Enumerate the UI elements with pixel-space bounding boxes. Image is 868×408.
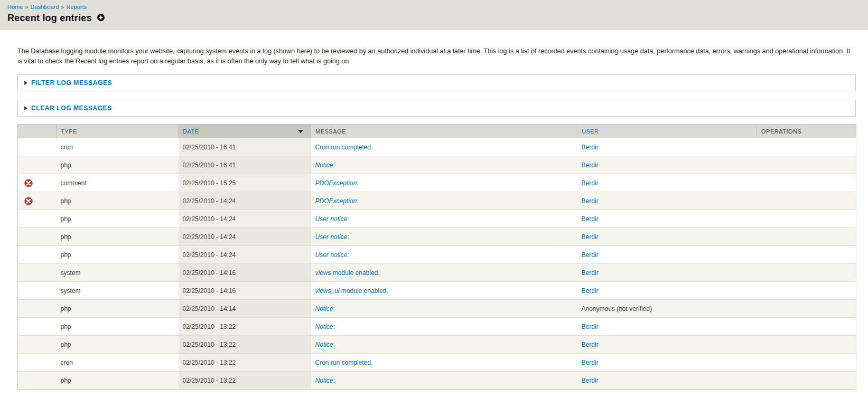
type-cell: php [57, 372, 179, 390]
message-link[interactable]: Notice: [315, 162, 335, 169]
filter-log-messages-fieldset[interactable]: FILTER LOG MESSAGES [17, 74, 856, 91]
date-cell: 02/25/2010 - 16:41 [179, 138, 311, 156]
sort-by-type-link[interactable]: TYPE [61, 128, 77, 135]
table-row: php02/25/2010 - 14:24User notice:Berdir [18, 210, 856, 228]
fieldset-label: CLEAR LOG MESSAGES [31, 105, 112, 112]
breadcrumb: Home»Dashboard»Reports [7, 4, 868, 10]
user-link[interactable]: Berdir [582, 144, 599, 151]
type-cell: php [57, 336, 179, 354]
user-link[interactable]: Berdir [582, 359, 599, 366]
user-link[interactable]: Berdir [582, 323, 599, 330]
operations-cell [757, 318, 856, 336]
user-cell: Berdir [577, 282, 757, 300]
user-column-header: USER [577, 125, 757, 138]
user-link[interactable]: Berdir [582, 233, 599, 241]
message-cell: views_ui module enabled. [311, 282, 577, 300]
message-cell: User notice: [311, 246, 577, 264]
severity-cell [18, 300, 57, 318]
help-icon[interactable] [97, 14, 105, 23]
type-cell: cron [57, 138, 179, 156]
user-link[interactable]: Berdir [582, 179, 599, 187]
operations-cell [757, 174, 856, 192]
severity-cell [18, 210, 57, 228]
breadcrumb-separator: » [25, 4, 28, 10]
message-link[interactable]: views module enabled. [315, 269, 380, 277]
user-link[interactable]: Berdir [582, 215, 599, 223]
fieldset-label: FILTER LOG MESSAGES [31, 79, 112, 87]
user-cell: Berdir [577, 174, 757, 192]
user-link[interactable]: Berdir [582, 377, 599, 384]
user-link[interactable]: Berdir [582, 269, 599, 277]
table-row: php02/25/2010 - 13:22Notice:Berdir [18, 372, 856, 390]
type-cell: php [57, 156, 179, 174]
clear-log-messages-toggle[interactable]: CLEAR LOG MESSAGES [24, 105, 112, 112]
sort-by-date-link[interactable]: DATE [183, 128, 199, 135]
date-cell: 02/25/2010 - 13:22 [179, 354, 311, 372]
page-header: Home»Dashboard»Reports Recent log entrie… [0, 0, 868, 30]
severity-cell [18, 372, 57, 390]
log-table-body: cron02/25/2010 - 16:41Cron run completed… [18, 138, 856, 390]
operations-cell [757, 156, 856, 174]
type-cell: comment [57, 174, 179, 192]
filter-log-messages-toggle[interactable]: FILTER LOG MESSAGES [24, 79, 112, 87]
date-cell: 02/25/2010 - 13:22 [179, 372, 311, 390]
severity-cell [18, 264, 57, 282]
message-link[interactable]: PDOException: [315, 197, 359, 205]
message-link[interactable]: Cron run completed. [315, 144, 373, 151]
breadcrumb-dashboard-link[interactable]: Dashboard [30, 4, 59, 10]
user-name: Anonymous (not verified) [582, 305, 652, 312]
date-cell: 02/25/2010 - 14:24 [179, 192, 311, 210]
date-cell: 02/25/2010 - 14:24 [179, 210, 311, 228]
sort-by-user-link[interactable]: USER [582, 128, 599, 135]
operations-cell [757, 282, 856, 300]
breadcrumb-home-link[interactable]: Home [7, 4, 23, 10]
message-cell: views module enabled. [311, 264, 577, 282]
message-link[interactable]: User notice: [315, 215, 349, 223]
user-cell: Berdir [577, 354, 757, 372]
table-row: php02/25/2010 - 16:41Notice:Berdir [18, 156, 856, 174]
message-link[interactable]: Cron run completed. [315, 359, 373, 366]
message-link[interactable]: User notice: [315, 251, 349, 259]
message-link[interactable]: User notice: [315, 233, 349, 241]
message-link[interactable]: Notice: [315, 377, 335, 384]
message-link[interactable]: views_ui module enabled. [315, 287, 388, 295]
user-link[interactable]: Berdir [582, 287, 599, 295]
breadcrumb-separator: » [61, 4, 64, 10]
user-link[interactable]: Berdir [582, 162, 599, 169]
severity-cell [18, 354, 57, 372]
user-link[interactable]: Berdir [582, 197, 599, 205]
operations-cell [757, 372, 856, 390]
user-cell: Berdir [577, 336, 757, 354]
type-cell: system [57, 264, 179, 282]
message-cell: PDOException: [311, 174, 577, 192]
severity-cell [18, 318, 57, 336]
type-cell: php [57, 210, 179, 228]
message-cell: Notice: [311, 318, 577, 336]
message-cell: Cron run completed. [311, 354, 577, 372]
type-cell: php [57, 228, 179, 246]
message-link[interactable]: Notice: [315, 341, 335, 348]
operations-cell [757, 300, 856, 318]
user-cell: Berdir [577, 264, 757, 282]
table-row: php02/25/2010 - 14:24User notice:Berdir [18, 246, 856, 264]
type-cell: php [57, 192, 179, 210]
severity-column-header [18, 125, 57, 138]
message-cell: Notice: [311, 372, 577, 390]
clear-log-messages-fieldset[interactable]: CLEAR LOG MESSAGES [17, 100, 856, 117]
table-row: comment02/25/2010 - 15:25PDOException:Be… [18, 174, 856, 192]
operations-cell [757, 228, 856, 246]
date-cell: 02/25/2010 - 14:16 [179, 264, 311, 282]
table-row: php02/25/2010 - 13:22Notice:Berdir [18, 318, 856, 336]
message-cell: PDOException: [311, 192, 577, 210]
user-link[interactable]: Berdir [582, 251, 599, 259]
operations-cell [757, 246, 856, 264]
breadcrumb-reports-link[interactable]: Reports [66, 4, 87, 10]
message-link[interactable]: Notice: [315, 323, 335, 330]
message-link[interactable]: Notice: [315, 305, 335, 312]
user-link[interactable]: Berdir [582, 341, 599, 348]
table-row: php02/25/2010 - 14:14Notice:Anonymous (n… [18, 300, 856, 318]
date-cell: 02/25/2010 - 14:14 [179, 300, 311, 318]
message-link[interactable]: PDOException: [315, 179, 359, 187]
page-title: Recent log entries [7, 13, 92, 24]
sort-desc-icon [298, 130, 303, 133]
